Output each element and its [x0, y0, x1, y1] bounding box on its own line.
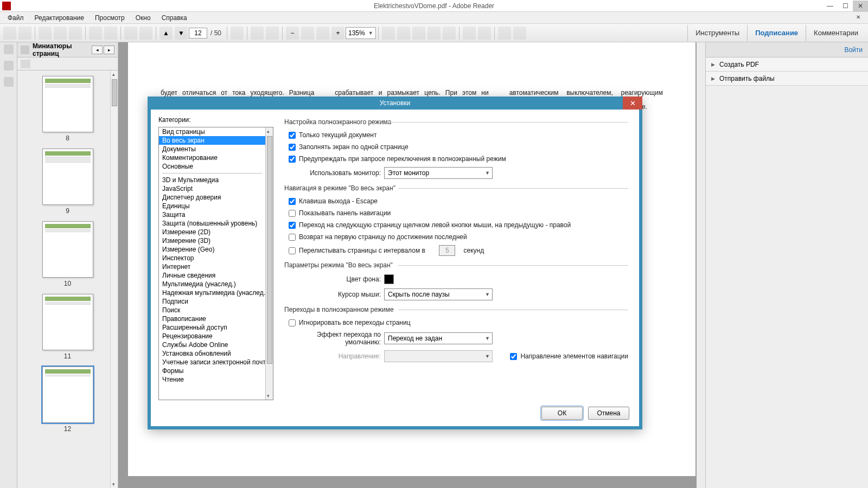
categories-scrollbar[interactable]	[265, 127, 273, 400]
category-item[interactable]: Защита	[159, 210, 265, 219]
cursor-combo[interactable]: Скрыть после паузы▼	[384, 288, 493, 300]
thumb-label[interactable]: 12	[64, 425, 71, 433]
category-item[interactable]: Личные сведения	[159, 271, 265, 280]
menu-window[interactable]: Окно	[130, 13, 156, 23]
advance-seconds-input[interactable]	[439, 245, 455, 256]
thumbnails-tab-icon[interactable]	[4, 44, 14, 54]
category-item[interactable]: Комментирование	[159, 153, 265, 162]
chk-fill-one-page[interactable]	[289, 144, 296, 151]
tab-sign[interactable]: Подписание	[747, 25, 806, 41]
save2-icon[interactable]	[463, 27, 476, 40]
login-link[interactable]: Войти	[844, 46, 863, 54]
create-pdf-icon[interactable]	[18, 27, 31, 40]
maximize-button[interactable]: ☐	[838, 1, 853, 11]
category-item[interactable]: Инспектор	[159, 254, 265, 262]
category-item[interactable]: Интернет	[159, 262, 265, 271]
ok-button[interactable]: ОК	[541, 407, 583, 420]
read-mode-icon[interactable]	[498, 27, 511, 40]
select-icon[interactable]	[251, 27, 264, 40]
zoom-marquee-icon[interactable]	[301, 27, 314, 40]
chk-ignore-transitions[interactable]	[289, 319, 296, 326]
tab-comments[interactable]: Комментарии	[806, 25, 866, 41]
category-item[interactable]: Надежная мультимедиа (унаслед.)	[159, 288, 265, 297]
thumbnail-selected[interactable]	[42, 367, 93, 423]
chk-warn-fullscreen[interactable]	[289, 156, 296, 163]
zoom-in-icon[interactable]: +	[331, 27, 344, 40]
page-display3-icon[interactable]	[412, 27, 425, 40]
thumb-scrollbar[interactable]	[110, 70, 118, 488]
page-display-icon[interactable]	[382, 27, 395, 40]
menu-help[interactable]: Справка	[156, 13, 193, 23]
category-item[interactable]: Измерение (3D)	[159, 236, 265, 245]
chk-nav-direction[interactable]	[510, 353, 517, 360]
category-item[interactable]: Чтение	[159, 375, 265, 384]
panel-send-files[interactable]: ▶Отправить файлы	[706, 72, 868, 86]
page-display2-icon[interactable]	[397, 27, 410, 40]
category-item[interactable]: Подписи	[159, 297, 265, 306]
tab-tools[interactable]: Инструменты	[687, 25, 747, 41]
category-item[interactable]: Мультимедиа (унаслед.)	[159, 280, 265, 288]
category-item[interactable]: Защита (повышенный уровень)	[159, 219, 265, 228]
hand-icon[interactable]	[266, 27, 279, 40]
page-display4-icon[interactable]	[427, 27, 441, 40]
category-item[interactable]: Учетные записи электронной почты	[159, 358, 265, 367]
cancel-button[interactable]: Отмена	[588, 407, 629, 420]
category-item[interactable]: Диспетчер доверия	[159, 193, 265, 202]
thumb-options-icon[interactable]	[21, 60, 30, 68]
save-icon[interactable]	[39, 27, 52, 40]
thumb-next-icon[interactable]: ▸	[104, 46, 114, 54]
category-item[interactable]: Формы	[159, 367, 265, 375]
chk-click-next[interactable]	[289, 222, 296, 229]
attachments-icon[interactable]	[4, 77, 14, 87]
thumb-label[interactable]: 8	[66, 134, 69, 142]
thumb-label[interactable]: 11	[64, 352, 71, 360]
first-page-icon[interactable]	[124, 27, 137, 40]
page-display5-icon[interactable]	[443, 27, 456, 40]
zoom-combo[interactable]: 135%▼	[346, 27, 376, 39]
category-item[interactable]: Рецензирование	[159, 332, 265, 341]
category-item[interactable]: Документы	[159, 145, 265, 153]
category-item[interactable]: 3D и Мультимедиа	[159, 176, 265, 184]
doc-close-icon[interactable]: ✕	[851, 13, 866, 21]
category-item[interactable]: Службы Adobe Online	[159, 341, 265, 349]
open-icon[interactable]	[3, 27, 16, 40]
close-button[interactable]: ✕	[853, 1, 868, 11]
zoom-100-icon[interactable]	[316, 27, 329, 40]
thumb-label[interactable]: 9	[66, 207, 69, 215]
bookmark-icon[interactable]	[4, 61, 14, 70]
minimize-button[interactable]: —	[822, 1, 838, 11]
thumb-label[interactable]: 10	[64, 280, 71, 287]
chk-show-navbar[interactable]	[289, 210, 296, 217]
chk-loop[interactable]	[289, 234, 296, 241]
category-item[interactable]: JavaScript	[159, 184, 265, 193]
monitor-combo[interactable]: Этот монитор▼	[384, 167, 493, 179]
folder-icon[interactable]	[54, 27, 67, 40]
bgcolor-swatch[interactable]	[384, 274, 394, 284]
show-icon[interactable]	[478, 27, 491, 40]
effect-combo[interactable]: Переход не задан▼	[384, 332, 493, 344]
panel-create-pdf[interactable]: ▶Создать PDF	[706, 57, 868, 72]
category-item[interactable]: Вид страницы	[159, 127, 265, 136]
category-item[interactable]: Измерение (2D)	[159, 228, 265, 236]
thumb-prev-icon[interactable]: ◂	[92, 46, 103, 54]
dialog-close-button[interactable]: ✕	[623, 97, 642, 110]
zoom-out-icon[interactable]: −	[286, 27, 299, 40]
categories-listbox[interactable]: Вид страницыВо весь экранДокументыКоммен…	[158, 127, 273, 400]
prev-page-icon[interactable]	[139, 27, 152, 40]
down-icon[interactable]: ▼	[175, 27, 188, 40]
reading-mode-icon[interactable]	[231, 27, 244, 40]
category-item[interactable]: Измерение (Geo)	[159, 245, 265, 254]
category-item[interactable]: Расширенный доступ	[159, 323, 265, 332]
menu-file[interactable]: Файл	[2, 13, 29, 23]
page-number-input[interactable]	[189, 28, 207, 38]
fullscreen-icon[interactable]	[513, 27, 526, 40]
vertical-scrollbar[interactable]	[697, 42, 705, 488]
chk-escape-exit[interactable]	[289, 198, 296, 205]
chk-auto-advance[interactable]	[289, 247, 296, 254]
category-item[interactable]: Единицы	[159, 202, 265, 210]
envelope-icon[interactable]	[69, 27, 82, 40]
category-item[interactable]: Поиск	[159, 306, 265, 314]
menu-view[interactable]: Просмотр	[90, 13, 130, 23]
category-item[interactable]: Во весь экран	[159, 136, 265, 145]
up-icon[interactable]: ▲	[159, 27, 173, 40]
